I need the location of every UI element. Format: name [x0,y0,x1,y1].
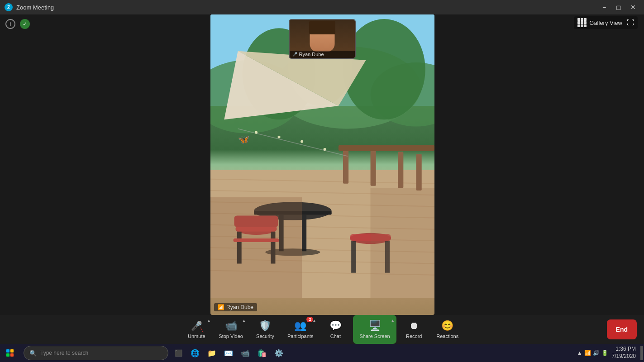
participants-icon: 👥 [294,320,306,332]
share-screen-caret[interactable]: ▲ [391,319,395,323]
share-screen-label: Share Screen [359,333,390,339]
share-screen-icon: 🖥️ [369,320,381,332]
svg-point-41 [255,131,258,134]
svg-rect-21 [398,152,403,188]
gallery-grid-icon [577,18,587,27]
info-icon[interactable]: i [5,19,15,29]
taskbar-apps: ⬛ 🌐 📁 ✉️ 📹 🛍️ ⚙️ [170,345,287,361]
sys-tray-icons: ▲ 📶 🔊 🔋 [574,350,611,356]
taskbar-app-store[interactable]: 🛍️ [254,345,270,361]
clock-date: 7/19/2020 [612,353,636,360]
record-label: Record [406,333,422,339]
system-clock: 1:36 PM 7/19/2020 [612,346,636,360]
app-icon-letter: Z [7,5,10,10]
window-controls: − ◻ ✕ [598,2,639,12]
search-placeholder-text: Type here to search [40,350,88,356]
signal-icon: 📶 [218,304,224,310]
network-icon[interactable]: 📶 [584,350,591,356]
svg-text:🦋: 🦋 [238,134,250,145]
participant-name-bar: 🎤 Ryan Dube [290,51,355,58]
taskbar-app-mail[interactable]: ✉️ [220,345,237,361]
security-icon: 🛡️ [259,320,271,332]
taskbar-app-edge[interactable]: 🌐 [187,345,203,361]
svg-rect-46 [371,188,434,298]
unmute-button[interactable]: 🎤 ╲ Unmute ▲ [181,315,212,344]
chat-label: Chat [330,333,341,339]
volume-icon[interactable]: 🔊 [593,350,600,356]
check-icon: ✓ [20,19,30,29]
gallery-view-label: Gallery View [589,19,622,26]
clock-time: 1:36 PM [612,346,636,353]
gallery-view-button[interactable]: Gallery View ⛶ [574,16,638,29]
system-tray: ▲ 📶 🔊 🔋 1:36 PM 7/19/2020 [574,346,644,360]
search-icon: 🔍 [29,350,37,357]
main-video-area: 🦋 📶 Ryan Dube [210,14,434,315]
stop-video-button[interactable]: 📹 Stop Video ▲ [214,315,248,344]
restore-button[interactable]: ◻ [612,2,625,12]
chat-icon: 💬 [329,320,342,332]
taskbar-search[interactable]: 🔍 Type here to search [24,346,168,360]
main-video-content: 🦋 [210,14,434,315]
unmute-caret[interactable]: ▲ [207,319,210,323]
windows-logo-icon [6,349,14,357]
hair-shape [309,21,335,34]
info-icons-area: i ✓ [5,19,30,29]
desktop-show-button[interactable] [640,346,643,360]
main-video-name-text: Ryan Dube [226,304,253,310]
close-button[interactable]: ✕ [627,2,639,12]
svg-rect-27 [302,214,306,251]
svg-line-40 [238,129,348,157]
taskbar-app-zoom[interactable]: 📹 [237,345,253,361]
security-button[interactable]: 🛡️ Security [249,315,281,344]
minimize-button[interactable]: − [598,2,611,12]
fullscreen-icon: ⛶ [627,19,634,27]
stop-video-icon: 📹 [225,320,237,332]
battery-icon[interactable]: 🔋 [601,350,608,356]
participants-label: Participants [287,333,313,339]
mic-icon: 🎤 [292,52,297,57]
end-button[interactable]: End [607,319,637,339]
record-button[interactable]: ⏺ Record [398,315,430,344]
taskbar-app-explorer[interactable]: 📁 [204,345,220,361]
taskbar-app-settings[interactable]: ⚙️ [271,345,287,361]
reactions-label: Reactions [436,333,458,339]
start-button[interactable] [0,344,20,362]
svg-point-44 [324,148,326,151]
chat-button[interactable]: 💬 Chat [320,315,351,344]
windows-taskbar: 🔍 Type here to search ⬛ 🌐 📁 ✉️ 📹 🛍️ ⚙️ ▲… [0,344,644,362]
unmute-label: Unmute [188,333,205,339]
svg-point-42 [278,136,281,138]
taskbar-app-task-view[interactable]: ⬛ [170,345,186,361]
svg-rect-45 [210,197,302,298]
svg-rect-19 [343,147,348,184]
stop-video-label: Stop Video [219,333,243,339]
participants-button[interactable]: 👥 2 Participants ▲ [283,315,318,344]
app-icon: Z [5,3,13,11]
mute-slash: ╲ [200,328,203,333]
svg-rect-37 [351,241,356,273]
toolbar: 🎤 ╲ Unmute ▲ 📹 Stop Video ▲ 🛡️ Security … [0,315,644,344]
svg-rect-22 [416,154,422,191]
unmute-icon: 🎤 ╲ [191,320,202,332]
stop-video-caret[interactable]: ▲ [242,319,246,323]
participants-caret[interactable]: ▲ [313,319,316,323]
svg-rect-23 [339,145,434,151]
window-title: Zoom Meeting [16,4,598,11]
security-label: Security [256,333,274,339]
participant-name: Ryan Dube [299,52,324,57]
show-hidden-icons[interactable]: ▲ [577,350,582,356]
main-video-participant-name: 📶 Ryan Dube [214,303,257,311]
share-screen-button[interactable]: 🖥️ Share Screen ▲ [353,315,396,344]
record-icon: ⏺ [409,320,419,332]
svg-rect-20 [371,149,376,186]
participant-video-thumbnail: 🎤 Ryan Dube [289,19,356,59]
titlebar: Z Zoom Meeting − ◻ ✕ [0,0,644,14]
reactions-button[interactable]: 😊 Reactions [432,315,463,344]
svg-point-43 [301,140,303,143]
reactions-icon: 😊 [441,320,453,332]
